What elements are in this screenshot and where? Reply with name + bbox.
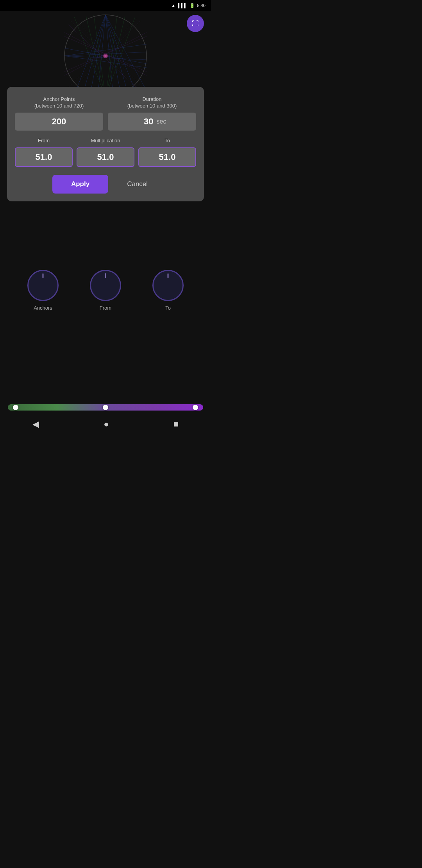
from-col: From — [15, 138, 73, 167]
wifi-icon: ▲ — [171, 3, 175, 8]
anchors-knob-tick — [43, 273, 44, 278]
to-knob[interactable] — [152, 270, 184, 301]
battery-icon: 🔋 — [190, 3, 195, 8]
home-button[interactable]: ● — [96, 416, 116, 432]
svg-line-16 — [74, 19, 145, 89]
status-bar: ▲ ▌▌▌ 🔋 5:40 — [0, 0, 211, 11]
color-slider-area — [8, 404, 203, 411]
to-knob-container: To — [152, 270, 184, 311]
anchors-knob-label: Anchors — [34, 305, 52, 311]
from-knob-container: From — [90, 270, 121, 311]
svg-point-31 — [104, 55, 107, 57]
from-knob[interactable] — [90, 270, 121, 301]
duration-col: Duration (between 10 and 300) sec — [108, 96, 196, 131]
svg-line-19 — [66, 19, 137, 89]
svg-line-6 — [106, 15, 121, 96]
slider-dot-middle — [103, 405, 108, 410]
duration-unit: sec — [157, 118, 166, 125]
anchor-points-label: Anchor Points (between 10 and 720) — [34, 96, 84, 109]
to-knob-tick — [168, 273, 169, 278]
from-knob-tick — [105, 273, 106, 278]
expand-icon: ⛶ — [192, 20, 199, 28]
svg-line-7 — [106, 15, 129, 97]
svg-line-2 — [82, 15, 106, 97]
settings-modal: Anchor Points (between 10 and 720) Durat… — [7, 87, 204, 201]
to-col: To — [138, 138, 196, 167]
signal-icon: ▌▌▌ — [178, 3, 187, 8]
svg-line-21 — [86, 16, 106, 97]
anchor-points-col: Anchor Points (between 10 and 720) — [15, 96, 103, 131]
slider-dot-left — [13, 405, 18, 410]
multiplication-col: Multiplication — [77, 138, 134, 167]
from-label: From — [38, 138, 50, 144]
anchors-knob[interactable] — [27, 270, 59, 301]
color-slider[interactable] — [8, 404, 203, 411]
slider-dot-right — [193, 405, 198, 410]
duration-input-container: sec — [108, 113, 196, 131]
modal-top-row: Anchor Points (between 10 and 720) Durat… — [15, 96, 196, 131]
multiplication-label: Multiplication — [91, 138, 120, 144]
anchor-points-input[interactable] — [15, 113, 103, 131]
duration-input[interactable] — [138, 117, 154, 127]
svg-line-20 — [74, 17, 106, 97]
anchors-knob-container: Anchors — [27, 270, 59, 311]
modal-middle-row: From Multiplication To — [15, 138, 196, 167]
star-visualization — [63, 13, 148, 99]
status-bar-right: ▲ ▌▌▌ 🔋 5:40 — [171, 3, 206, 8]
nav-bar: ◀ ● ■ — [0, 414, 211, 434]
svg-line-3 — [90, 15, 106, 96]
expand-button[interactable]: ⛶ — [187, 15, 204, 32]
knobs-area: Anchors From To — [0, 266, 211, 315]
back-button[interactable]: ◀ — [25, 416, 47, 432]
to-label: To — [165, 138, 170, 144]
cancel-button[interactable]: Cancel — [116, 175, 159, 194]
from-input[interactable] — [15, 147, 73, 167]
from-knob-label: From — [100, 305, 111, 311]
to-knob-label: To — [165, 305, 171, 311]
multiplication-input[interactable] — [77, 147, 134, 167]
modal-buttons: Apply Cancel — [15, 175, 196, 194]
svg-line-17 — [68, 25, 143, 93]
duration-label: Duration (between 10 and 300) — [127, 96, 177, 109]
recent-button[interactable]: ■ — [166, 416, 186, 432]
time-display: 5:40 — [197, 3, 206, 8]
svg-line-25 — [106, 18, 135, 97]
apply-button[interactable]: Apply — [52, 175, 108, 194]
svg-line-8 — [106, 15, 137, 95]
to-input[interactable] — [138, 147, 196, 167]
